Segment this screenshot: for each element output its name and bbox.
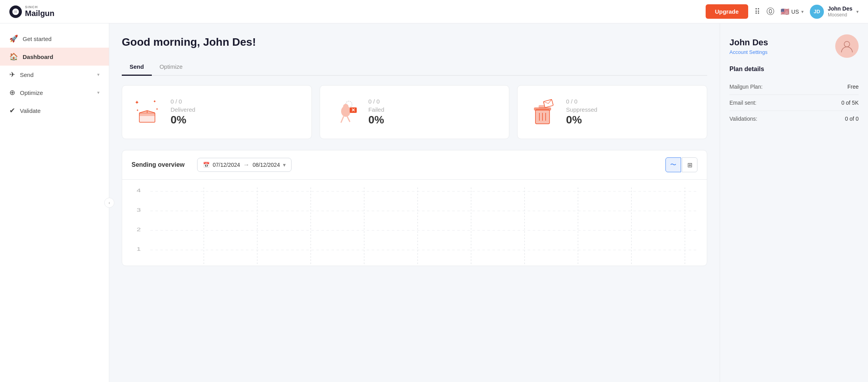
optimize-label: Optimize	[20, 89, 92, 96]
suppressed-pct: 0%	[566, 114, 597, 126]
right-user-details: John Des Account Settings	[729, 37, 768, 55]
sidebar-item-optimize[interactable]: ⊕ Optimize ▾	[0, 84, 109, 102]
mailgun-label: Mailgun	[25, 9, 55, 18]
delivered-illustration: ✦ ✦ ✦ ✦	[132, 96, 163, 128]
topbar: SINCH Mailgun Upgrade ⠿ ⓪ 🇺🇸 US ▾ JD Joh…	[0, 0, 868, 23]
user-name: John Des	[828, 5, 852, 12]
plan-value: 0 of 0	[845, 116, 859, 122]
plan-key: Email sent:	[729, 100, 756, 106]
upgrade-button[interactable]: Upgrade	[706, 4, 748, 19]
plan-key: Mailgun Plan:	[729, 84, 763, 90]
get-started-label: Get started	[23, 36, 100, 42]
dashboard-icon: 🏠	[9, 52, 18, 61]
sidebar-item-get-started[interactable]: 🚀 Get started	[0, 30, 109, 48]
plan-key: Validations:	[729, 116, 757, 122]
logo-area: SINCH Mailgun	[9, 5, 55, 18]
chart-area: 4 3 2 1	[122, 180, 707, 266]
send-icon: ✈	[9, 70, 15, 79]
plan-value: Free	[847, 84, 859, 90]
svg-text:✦: ✦	[156, 107, 158, 111]
validate-icon: ✔	[9, 106, 15, 115]
view-grid-button[interactable]: ⊞	[682, 157, 697, 172]
overview-header: Sending overview 📅 07/12/2024 → 08/12/20…	[122, 150, 707, 180]
main-content: Good morning, John Des! Send Optimize	[109, 23, 720, 382]
suppressed-label: Suppressed	[566, 106, 597, 113]
svg-text:3: 3	[137, 207, 141, 212]
send-label: Send	[20, 71, 92, 78]
delivered-label: Delivered	[171, 106, 195, 113]
optimize-icon: ⊕	[9, 88, 15, 97]
stat-card-delivered: ✦ ✦ ✦ ✦ 0 / 0 Delivered 0%	[122, 85, 312, 139]
svg-point-9	[343, 104, 349, 109]
suppressed-stat-info: 0 / 0 Suppressed 0%	[566, 98, 597, 126]
main-layout: ‹ 🚀 Get started 🏠 Dashboard ✈ Send ▾ ⊕ O…	[0, 23, 868, 382]
flag-icon: 🇺🇸	[781, 7, 789, 16]
account-settings-link[interactable]: Account Settings	[729, 49, 768, 55]
tab-send[interactable]: Send	[122, 59, 152, 76]
delivered-stat-info: 0 / 0 Delivered 0%	[171, 98, 195, 126]
chart-svg: 4 3 2 1	[132, 187, 697, 266]
user-menu[interactable]: JD John Des Moosend ▾	[810, 5, 859, 19]
svg-text:4: 4	[137, 188, 141, 193]
suppressed-illustration	[527, 96, 558, 128]
overview-title: Sending overview	[132, 161, 185, 168]
user-sub: Moosend	[828, 12, 852, 18]
grid-icon[interactable]: ⠿	[754, 7, 760, 16]
svg-line-13	[347, 117, 350, 121]
content-area: Good morning, John Des! Send Optimize	[109, 23, 868, 382]
svg-text:✦: ✦	[153, 99, 156, 104]
delivered-fraction: 0 / 0	[171, 98, 195, 105]
sidebar-item-send[interactable]: ✈ Send ▾	[0, 66, 109, 84]
right-user-name: John Des	[729, 37, 768, 48]
sidebar: ‹ 🚀 Get started 🏠 Dashboard ✈ Send ▾ ⊕ O…	[0, 23, 109, 382]
svg-text:1: 1	[137, 246, 141, 252]
suppressed-fraction: 0 / 0	[566, 98, 597, 105]
plan-title: Plan details	[729, 66, 859, 73]
tab-optimize[interactable]: Optimize	[152, 59, 190, 76]
view-toggle: 〜 ⊞	[665, 157, 697, 172]
topbar-right: Upgrade ⠿ ⓪ 🇺🇸 US ▾ JD John Des Moosend …	[706, 4, 859, 19]
plan-row: Email sent: 0 of 5K	[729, 95, 859, 111]
help-icon[interactable]: ⓪	[767, 6, 774, 17]
user-menu-chevron-icon: ▾	[856, 9, 859, 14]
date-from: 07/12/2024	[213, 162, 240, 168]
greeting-text: Good morning, John Des!	[122, 36, 707, 48]
date-range-picker[interactable]: 📅 07/12/2024 → 08/12/2024 ▾	[197, 158, 292, 172]
svg-text:✕: ✕	[351, 107, 355, 113]
logo-icon	[9, 5, 22, 18]
dashboard-label: Dashboard	[23, 54, 100, 60]
delivered-pct: 0%	[171, 114, 195, 126]
language-label: US	[792, 9, 799, 15]
date-arrow-icon: →	[243, 161, 249, 168]
svg-rect-2	[139, 113, 155, 116]
language-selector[interactable]: 🇺🇸 US ▾	[781, 7, 804, 16]
stat-card-suppressed: 0 / 0 Suppressed 0%	[517, 85, 707, 139]
right-panel-user: John Des Account Settings	[729, 34, 859, 58]
right-avatar	[835, 34, 859, 58]
optimize-chevron-icon: ▾	[97, 90, 100, 95]
avatar: JD	[810, 5, 824, 19]
tabs: Send Optimize	[122, 59, 707, 76]
user-info: John Des Moosend	[828, 5, 852, 18]
date-to: 08/12/2024	[253, 162, 280, 168]
failed-fraction: 0 / 0	[368, 98, 384, 105]
svg-text:✦: ✦	[135, 99, 139, 105]
plan-row: Mailgun Plan: Free	[729, 79, 859, 95]
sidebar-item-validate[interactable]: ✔ Validate	[0, 102, 109, 120]
stat-card-failed: ✕ 0 / 0 Failed 0%	[320, 85, 510, 139]
validate-label: Validate	[20, 107, 100, 114]
failed-label: Failed	[368, 106, 384, 113]
plan-section: Plan details Mailgun Plan: Free Email se…	[729, 66, 859, 127]
svg-text:2: 2	[137, 227, 141, 232]
overview-section: Sending overview 📅 07/12/2024 → 08/12/20…	[122, 150, 707, 266]
view-line-button[interactable]: 〜	[665, 157, 681, 172]
failed-illustration: ✕	[329, 96, 361, 128]
sidebar-collapse-button[interactable]: ‹	[104, 198, 114, 208]
sidebar-item-dashboard[interactable]: 🏠 Dashboard	[0, 48, 109, 66]
svg-point-39	[844, 41, 850, 47]
svg-line-12	[341, 117, 343, 122]
sinch-label: SINCH	[25, 5, 55, 9]
calendar-icon: 📅	[203, 162, 210, 168]
failed-pct: 0%	[368, 114, 384, 126]
send-chevron-icon: ▾	[97, 72, 100, 77]
